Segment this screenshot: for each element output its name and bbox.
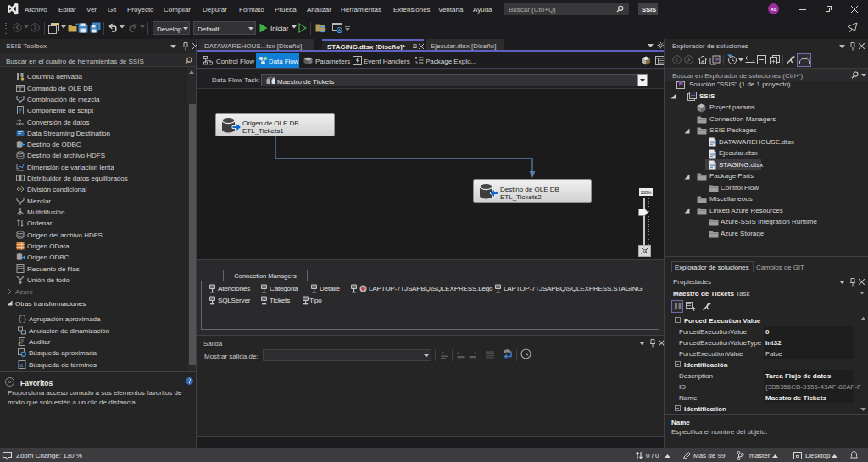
svg-text:{}: {}: [18, 315, 26, 323]
svg-text:a: a: [16, 121, 19, 126]
svg-text:a: a: [20, 362, 24, 368]
